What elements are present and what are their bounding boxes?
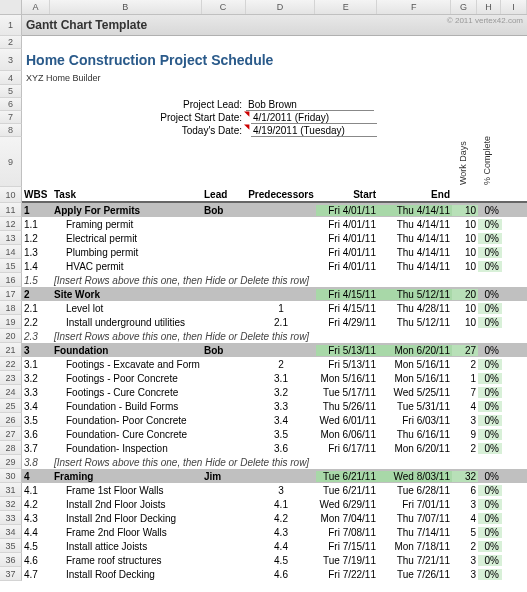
- cell-work[interactable]: 10: [452, 233, 478, 244]
- cell-task[interactable]: Framing permit: [50, 219, 202, 230]
- col-header-G[interactable]: G: [451, 0, 477, 14]
- cell-pct[interactable]: 0%: [478, 527, 502, 538]
- cell-start[interactable]: Mon 7/04/11: [316, 513, 378, 524]
- cell-work[interactable]: 4: [452, 401, 478, 412]
- cell-start[interactable]: Fri 4/01/11: [316, 205, 378, 216]
- cell-pct[interactable]: 0%: [478, 499, 502, 510]
- cell-wbs[interactable]: 3.5: [22, 415, 50, 426]
- cell-end[interactable]: Thu 6/16/11: [378, 429, 452, 440]
- row-header-35[interactable]: 35: [0, 539, 22, 553]
- cell-wbs[interactable]: 1: [22, 205, 50, 216]
- cell-wbs[interactable]: 3.8: [22, 457, 50, 468]
- task-row[interactable]: 3.3Footings - Cure Concrete3.2Tue 5/17/1…: [22, 385, 527, 399]
- row-header-29[interactable]: 29: [0, 455, 22, 469]
- section-row[interactable]: 3FoundationBobFri 5/13/11Mon 6/20/11270%: [22, 343, 527, 357]
- row-header-12[interactable]: 12: [0, 217, 22, 231]
- cell-start[interactable]: Fri 5/13/11: [316, 345, 378, 356]
- task-row[interactable]: 3.2Footings - Poor Concrete3.1Mon 5/16/1…: [22, 371, 527, 385]
- cell-work[interactable]: 27: [452, 345, 478, 356]
- th-lead[interactable]: Lead: [202, 189, 246, 201]
- cell-work[interactable]: 3: [452, 555, 478, 566]
- cell-start[interactable]: Fri 4/15/11: [316, 289, 378, 300]
- cell-work[interactable]: 20: [452, 289, 478, 300]
- task-row[interactable]: 1.2Electrical permitFri 4/01/11Thu 4/14/…: [22, 231, 527, 245]
- cell-work[interactable]: 10: [452, 247, 478, 258]
- select-all-corner[interactable]: [0, 0, 22, 14]
- cell-end[interactable]: Thu 4/14/11: [378, 233, 452, 244]
- cell-end[interactable]: Thu 7/14/11: [378, 527, 452, 538]
- task-row[interactable]: 2.2Install underground utilities2.1Fri 4…: [22, 315, 527, 329]
- row-header-18[interactable]: 18: [0, 301, 22, 315]
- cell-work[interactable]: 4: [452, 513, 478, 524]
- cell-end[interactable]: Mon 7/18/11: [378, 541, 452, 552]
- col-header-E[interactable]: E: [315, 0, 377, 14]
- row-header-25[interactable]: 25: [0, 399, 22, 413]
- cell-start[interactable]: Fri 5/13/11: [316, 359, 378, 370]
- cell-start[interactable]: Tue 6/21/11: [316, 471, 378, 482]
- th-wbs[interactable]: WBS: [22, 189, 50, 201]
- cell-pct[interactable]: 0%: [478, 373, 502, 384]
- cell-pred[interactable]: 3: [246, 485, 316, 496]
- task-row[interactable]: 1.1Framing permitFri 4/01/11Thu 4/14/111…: [22, 217, 527, 231]
- cell-end[interactable]: Tue 5/31/11: [378, 401, 452, 412]
- row-header-37[interactable]: 37: [0, 567, 22, 581]
- cell-start[interactable]: Fri 7/15/11: [316, 541, 378, 552]
- cell-work[interactable]: 2: [452, 541, 478, 552]
- row-header-3[interactable]: 3: [0, 49, 22, 71]
- cell-work[interactable]: 7: [452, 387, 478, 398]
- cell-work[interactable]: 10: [452, 219, 478, 230]
- row-header-1[interactable]: 1: [0, 15, 22, 36]
- cell-end[interactable]: Tue 7/26/11: [378, 569, 452, 580]
- cell-work[interactable]: 3: [452, 415, 478, 426]
- cell-wbs[interactable]: 4: [22, 471, 50, 482]
- cell-wbs[interactable]: 4.6: [22, 555, 50, 566]
- cell-work[interactable]: 10: [452, 261, 478, 272]
- cell-wbs[interactable]: 4.3: [22, 513, 50, 524]
- cell-task[interactable]: Foundation - Build Forms: [50, 401, 202, 412]
- cell-work[interactable]: 3: [452, 569, 478, 580]
- row-header-27[interactable]: 27: [0, 427, 22, 441]
- cell-wbs[interactable]: 2.3: [22, 331, 50, 342]
- cell-wbs[interactable]: 1.1: [22, 219, 50, 230]
- section-row[interactable]: 4FramingJimTue 6/21/11Wed 8/03/11320%: [22, 469, 527, 483]
- col-header-A[interactable]: A: [22, 0, 50, 14]
- cell-lead[interactable]: Jim: [202, 471, 246, 482]
- cell-wbs[interactable]: 4.4: [22, 527, 50, 538]
- th-start[interactable]: Start: [316, 189, 378, 201]
- cell-pct[interactable]: 0%: [478, 401, 502, 412]
- cell-task-insert[interactable]: [Insert Rows above this one, then Hide o…: [50, 457, 480, 468]
- cell-end[interactable]: Mon 5/16/11: [378, 373, 452, 384]
- cell-start[interactable]: Fri 4/01/11: [316, 233, 378, 244]
- row-header-14[interactable]: 14: [0, 245, 22, 259]
- comment-indicator-icon[interactable]: ◥: [244, 123, 249, 131]
- row-header-7[interactable]: 7: [0, 111, 22, 124]
- cell-task[interactable]: Install 2nd Floor Joists: [50, 499, 202, 510]
- task-row[interactable]: 4.1Frame 1st Floor Walls3Tue 6/21/11Tue …: [22, 483, 527, 497]
- task-row[interactable]: 3.5Foundation- Poor Concrete3.4Wed 6/01/…: [22, 413, 527, 427]
- task-row[interactable]: 3.7Foundation- Inspection3.6Fri 6/17/11M…: [22, 441, 527, 455]
- row-header-23[interactable]: 23: [0, 371, 22, 385]
- cell-task[interactable]: Footings - Poor Concrete: [50, 373, 202, 384]
- cell-wbs[interactable]: 1.2: [22, 233, 50, 244]
- cell-end[interactable]: Thu 7/21/11: [378, 555, 452, 566]
- row-header-17[interactable]: 17: [0, 287, 22, 301]
- cell-wbs[interactable]: 4.7: [22, 569, 50, 580]
- cell-wbs[interactable]: 2.2: [22, 317, 50, 328]
- cell-start[interactable]: Fri 4/01/11: [316, 247, 378, 258]
- row-header-31[interactable]: 31: [0, 483, 22, 497]
- cell-pct[interactable]: 0%: [478, 541, 502, 552]
- cell-end[interactable]: Thu 4/14/11: [378, 219, 452, 230]
- cell-task[interactable]: Level lot: [50, 303, 202, 314]
- cell-task[interactable]: Install Roof Decking: [50, 569, 202, 580]
- cell-pred[interactable]: 3.6: [246, 443, 316, 454]
- cell-wbs[interactable]: 1.5: [22, 275, 50, 286]
- cell-work[interactable]: 2: [452, 359, 478, 370]
- cell-task[interactable]: Electrical permit: [50, 233, 202, 244]
- cell-end[interactable]: Fri 6/03/11: [378, 415, 452, 426]
- cell-pct[interactable]: 0%: [478, 443, 502, 454]
- cell-wbs[interactable]: 3.7: [22, 443, 50, 454]
- cell-pct[interactable]: 0%: [478, 513, 502, 524]
- cell-pct[interactable]: 0%: [478, 345, 502, 356]
- cell-work[interactable]: 3: [452, 499, 478, 510]
- cell-wbs[interactable]: 4.2: [22, 499, 50, 510]
